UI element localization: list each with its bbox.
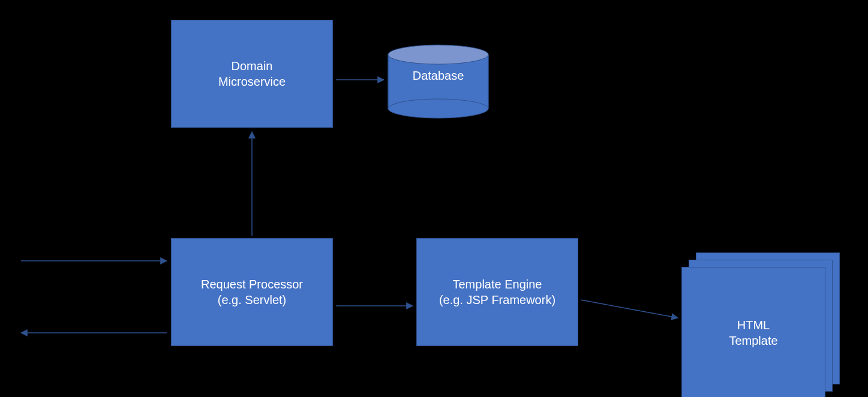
box-request-processor: Request Processor(e.g. Servlet) (171, 238, 333, 346)
box-template-engine: Template Engine(e.g. JSP Framework) (416, 238, 578, 346)
label-html-template: HTMLTemplate (729, 317, 777, 348)
box-html-template: HTMLTemplate (681, 267, 825, 397)
label-template-engine: Template Engine(e.g. JSP Framework) (439, 276, 555, 308)
arrow-to-html-template (581, 300, 678, 318)
svg-point-1 (388, 99, 488, 118)
architecture-diagram: DomainMicroservice Database Request Proc… (0, 0, 868, 397)
svg-point-2 (388, 45, 488, 64)
label-request-processor: Request Processor(e.g. Servlet) (201, 276, 303, 308)
box-domain-microservice: DomainMicroservice (171, 20, 333, 128)
label-database: Database (388, 69, 488, 83)
label-domain-microservice: DomainMicroservice (218, 58, 286, 89)
